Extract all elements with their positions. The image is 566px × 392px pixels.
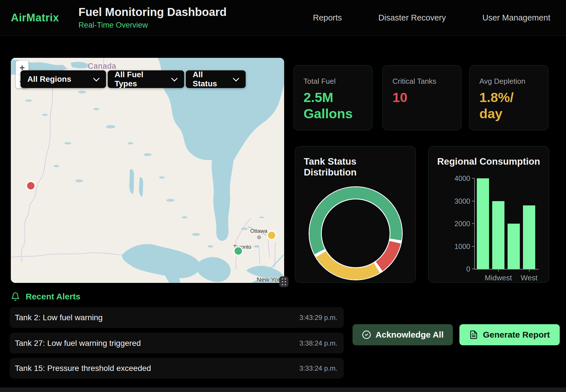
stat-card-critical-tanks: Critical Tanks 10 (382, 65, 461, 130)
chevron-down-icon (171, 75, 178, 82)
y-axis-tick-mark (472, 269, 474, 269)
bar-3 (523, 205, 535, 269)
chevron-down-icon (233, 75, 239, 82)
y-axis-tick-label: 2000 (454, 220, 470, 228)
y-axis-tick-mark (472, 246, 474, 247)
map-marker-normal[interactable] (234, 247, 243, 255)
alert-text: Tank 27: Low fuel warning triggered (15, 339, 141, 348)
regional-consumption-card: Regional Consumption 01000200030004000Mi… (428, 146, 549, 283)
acknowledge-all-label: Acknowledge All (376, 330, 444, 340)
map-marker-critical[interactable] (27, 181, 35, 190)
page-subtitle: Real-Time Overview (78, 21, 227, 30)
fuel-types-dropdown[interactable]: All Fuel Types (108, 70, 184, 88)
stat-label: Total Fuel (304, 77, 363, 86)
alert-time: 3:43:29 p.m. (300, 314, 337, 322)
recent-alerts-heading: Recent Alerts (11, 292, 80, 301)
map-label-canada: Canada (88, 62, 117, 70)
donut-chart-title: Tank Status Distribution (304, 156, 407, 178)
stat-label: Critical Tanks (392, 77, 451, 86)
alert-row: Tank 15: Pressure threshold exceeded 3:3… (10, 358, 344, 379)
stat-value-critical-tanks: 10 (392, 89, 451, 105)
y-axis-tick-label: 0 (466, 265, 470, 273)
ottawa-town-dot-center (258, 237, 260, 238)
generate-report-label: Generate Report (483, 330, 550, 340)
generate-report-button[interactable]: Generate Report (459, 324, 560, 345)
map-canvas: Canada Ottawa Toronto New York (11, 58, 284, 283)
stat-label: Avg Depletion (479, 77, 538, 86)
recent-alerts-title: Recent Alerts (26, 292, 80, 301)
stat-value-avg-depletion: 1.8%/ day (479, 89, 538, 122)
status-dropdown-value: All Status (193, 70, 229, 88)
fuel-types-dropdown-value: All Fuel Types (115, 70, 167, 88)
title-block: Fuel Monitoring Dashboard Real-Time Over… (78, 6, 227, 30)
x-axis-tick-mark (498, 269, 499, 271)
map-filters: All Regions All Fuel Types All Status (21, 70, 246, 88)
y-axis-tick-mark (472, 223, 474, 224)
y-axis-tick-mark (472, 178, 474, 179)
status-dropdown[interactable]: All Status (186, 70, 246, 88)
document-icon (469, 330, 478, 339)
regions-dropdown-value: All Regions (27, 75, 71, 84)
alert-time: 3:38:24 p.m. (300, 339, 337, 347)
y-axis-tick-label: 1000 (454, 242, 470, 250)
bar-1 (492, 201, 504, 269)
alert-row: Tank 27: Low fuel warning triggered 3:38… (10, 333, 344, 354)
x-axis-tick-label: Midwest (485, 273, 512, 282)
map-marker-warning[interactable] (267, 231, 276, 240)
chevron-down-icon (93, 75, 100, 82)
map-label-ottawa: Ottawa (250, 228, 268, 234)
brand-logo: AirMatrix (11, 12, 59, 24)
x-axis-tick-label: West (521, 273, 538, 282)
footer-strip (0, 387, 566, 392)
nav-reports[interactable]: Reports (313, 13, 342, 23)
y-axis-tick-label: 4000 (454, 174, 470, 183)
stat-value-total-fuel: 2.5M Gallons (304, 89, 363, 122)
x-axis-tick-mark (529, 269, 530, 271)
bar-2 (508, 224, 520, 269)
app-header: AirMatrix Fuel Monitoring Dashboard Real… (0, 0, 566, 36)
nav-disaster-recovery[interactable]: Disaster Recovery (378, 13, 446, 23)
bell-icon (11, 292, 20, 301)
nav-user-management[interactable]: User Management (482, 13, 550, 23)
alert-text: Tank 2: Low fuel warning (15, 313, 103, 322)
bar-chart-plot: 01000200030004000MidwestWest (474, 178, 539, 270)
tank-status-donut (310, 187, 402, 279)
bar-0 (477, 178, 489, 269)
main-nav: Reports Disaster Recovery User Managemen… (313, 13, 550, 23)
bar-chart-title: Regional Consumption (437, 156, 540, 167)
y-axis-tick-label: 3000 (454, 197, 470, 205)
fuel-monitoring-dashboard: AirMatrix Fuel Monitoring Dashboard Real… (0, 0, 566, 392)
stat-card-total-fuel: Total Fuel 2.5M Gallons (294, 65, 372, 130)
page-title: Fuel Monitoring Dashboard (78, 6, 227, 19)
alert-text: Tank 15: Pressure threshold exceeded (15, 364, 151, 373)
tank-map[interactable]: Canada Ottawa Toronto New York + − All R… (11, 58, 284, 283)
alert-row: Tank 2: Low fuel warning 3:43:29 p.m. (10, 307, 344, 328)
y-axis-tick-mark (472, 201, 474, 201)
regions-dropdown[interactable]: All Regions (21, 70, 106, 88)
map-resize-handle[interactable] (279, 276, 288, 287)
stat-card-avg-depletion: Avg Depletion 1.8%/ day (469, 65, 548, 130)
acknowledge-all-button[interactable]: Acknowledge All (353, 324, 453, 345)
tank-status-card: Tank Status Distribution (295, 146, 416, 283)
check-circle-icon (362, 330, 371, 339)
alert-time: 3:33:24 p.m. (300, 364, 337, 372)
